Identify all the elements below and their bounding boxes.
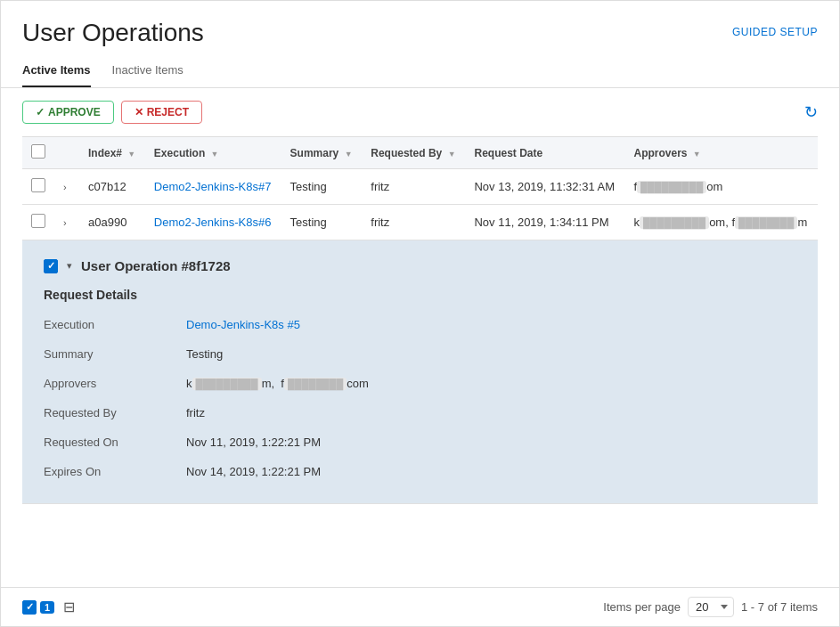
sort-requested-by-icon[interactable]: ▼ xyxy=(448,150,456,159)
tab-active-items[interactable]: Active Items xyxy=(22,54,91,87)
expanded-row-title: User Operation #8f1728 xyxy=(81,258,231,273)
refresh-icon[interactable]: ↻ xyxy=(804,102,818,122)
items-count: 1 - 7 of 7 items xyxy=(741,600,818,614)
requested-on-value: Nov 11, 2019, 1:22:21 PM xyxy=(186,432,796,452)
cell-execution-2: Demo2-Jenkins-K8s#6 xyxy=(145,205,281,240)
execution-link-2[interactable]: Demo2-Jenkins-K8s#6 xyxy=(154,216,272,229)
table-container: Index# ▼ Execution ▼ Summary ▼ Requested… xyxy=(1,136,839,587)
x-icon: ✕ xyxy=(135,106,143,118)
per-page-select[interactable]: 20 50 100 xyxy=(688,597,734,617)
request-details-title: Request Details xyxy=(44,288,796,302)
footer-selection: 1 xyxy=(22,600,54,615)
reject-button[interactable]: ✕ REJECT xyxy=(121,101,202,124)
execution-link-1[interactable]: Demo2-Jenkins-K8s#7 xyxy=(154,180,272,193)
table-row: › c07b12 Demo2-Jenkins-K8s#7 Testing fri… xyxy=(22,169,818,205)
tab-inactive-items[interactable]: Inactive Items xyxy=(112,54,183,87)
execution-label: Execution xyxy=(44,314,186,335)
footer-checkbox[interactable] xyxy=(22,600,37,615)
col-summary: Summary ▼ xyxy=(281,137,363,169)
footer: 1 ⊟ Items per page 20 50 100 1 - 7 of 7 … xyxy=(1,587,839,626)
table-row: › a0a990 Demo2-Jenkins-K8s#6 Testing fri… xyxy=(22,205,818,240)
toolbar: ✓ APPROVE ✕ REJECT ↻ xyxy=(1,88,839,136)
col-approvers: Approvers ▼ xyxy=(624,137,818,169)
sort-index-icon[interactable]: ▼ xyxy=(127,150,135,159)
expanded-row-checkbox[interactable] xyxy=(44,259,58,273)
expanded-execution-link[interactable]: Demo-Jenkins-K8s #5 xyxy=(186,318,300,331)
cell-request-date-1: Nov 13, 2019, 11:32:31 AM xyxy=(465,169,624,205)
collapse-expanded-icon[interactable]: ▾ xyxy=(67,260,72,272)
summary-value: Testing xyxy=(186,344,796,364)
cell-summary-1: Testing xyxy=(281,169,363,205)
operations-table: Index# ▼ Execution ▼ Summary ▼ Requested… xyxy=(22,136,818,504)
expanded-row: ▾ User Operation #8f1728 Request Details… xyxy=(22,240,818,504)
execution-value: Demo-Jenkins-K8s #5 xyxy=(186,314,796,335)
cell-approvers-1: f█████████om xyxy=(624,169,818,205)
cell-approvers-2: k█████████om, f████████m xyxy=(624,205,818,240)
expand-row-2[interactable]: › xyxy=(63,217,67,228)
col-request-date: Request Date xyxy=(465,137,624,169)
expand-row-1[interactable]: › xyxy=(63,182,67,192)
cell-index-2: a0a990 xyxy=(79,205,145,240)
expires-on-value: Nov 14, 2019, 1:22:21 PM xyxy=(186,461,796,482)
select-all-checkbox[interactable] xyxy=(31,144,45,159)
row-checkbox-2[interactable] xyxy=(31,214,45,228)
requested-by-label: Requested By xyxy=(44,403,186,423)
col-requested-by: Requested By ▼ xyxy=(362,137,465,169)
requested-by-value: fritz xyxy=(186,403,796,423)
page-title: User Operations xyxy=(22,19,204,47)
tab-bar: Active Items Inactive Items xyxy=(1,54,839,88)
selected-count-badge: 1 xyxy=(40,601,54,614)
cell-request-date-2: Nov 11, 2019, 1:34:11 PM xyxy=(465,205,624,240)
items-per-page-label: Items per page xyxy=(603,600,681,614)
cell-index-1: c07b12 xyxy=(79,169,145,205)
cell-requested-by-1: fritz xyxy=(362,169,465,205)
guided-setup-link[interactable]: GUIDED SETUP xyxy=(732,26,818,38)
cell-execution-1: Demo2-Jenkins-K8s#7 xyxy=(145,169,281,205)
expires-on-label: Expires On xyxy=(44,461,186,482)
summary-label: Summary xyxy=(44,344,186,364)
row-checkbox-1[interactable] xyxy=(31,178,45,192)
approvers-label: Approvers xyxy=(44,373,186,394)
checkmark-icon: ✓ xyxy=(36,106,45,118)
approve-button[interactable]: ✓ APPROVE xyxy=(22,101,114,124)
col-execution: Execution ▼ xyxy=(145,137,281,169)
sort-execution-icon[interactable]: ▼ xyxy=(211,150,219,159)
sort-approvers-icon[interactable]: ▼ xyxy=(693,150,701,159)
cell-requested-by-2: fritz xyxy=(362,205,465,240)
requested-on-label: Requested On xyxy=(44,432,186,452)
cell-summary-2: Testing xyxy=(281,205,363,240)
footer-action-icon[interactable]: ⊟ xyxy=(63,598,75,615)
col-index: Index# ▼ xyxy=(79,137,145,169)
sort-summary-icon[interactable]: ▼ xyxy=(345,150,353,159)
approvers-value: k█████████m, f████████com xyxy=(186,373,796,394)
